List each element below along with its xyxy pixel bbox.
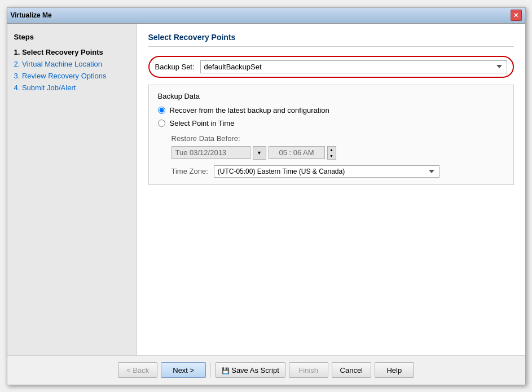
window-body: Steps 1. Select Recovery Points 2. Virtu… <box>7 24 525 385</box>
script-icon: 💾 <box>222 367 230 374</box>
sidebar-step-2-link[interactable]: 2. Virtual Machine Location <box>14 60 103 68</box>
timezone-select[interactable]: (UTC-05:00) Eastern Time (US & Canada) <box>214 165 439 178</box>
footer: < Back Next > 💾Save As Script Finish Can… <box>7 355 525 385</box>
save-as-script-button[interactable]: 💾Save As Script <box>216 362 285 378</box>
sidebar-step-4[interactable]: 4. Submit Job/Alert <box>14 83 130 92</box>
radio-latest-item: Recover from the latest backup and confi… <box>158 106 504 114</box>
sidebar-title: Steps <box>14 33 130 41</box>
main-content: Steps 1. Select Recovery Points 2. Virtu… <box>7 24 525 355</box>
title-left: Virtualize Me <box>11 11 52 19</box>
radio-pit-input[interactable] <box>158 120 165 127</box>
time-input[interactable] <box>269 146 325 159</box>
sidebar-step-4-link[interactable]: 4. Submit Job/Alert <box>14 83 76 92</box>
sidebar: Steps 1. Select Recovery Points 2. Virtu… <box>7 24 137 355</box>
backup-set-row: Backup Set: defaultBackupSet <box>148 56 514 78</box>
footer-divider <box>210 362 211 378</box>
date-input[interactable] <box>172 146 250 159</box>
radio-group: Recover from the latest backup and confi… <box>158 106 504 127</box>
time-spinner: ▲ ▼ <box>327 146 336 160</box>
save-as-script-label: Save As Script <box>231 366 279 375</box>
backup-set-dropdown[interactable]: defaultBackupSet <box>200 60 507 73</box>
date-dropdown-button[interactable]: ▼ <box>253 146 266 160</box>
content-area: Select Recovery Points Backup Set: defau… <box>137 24 525 355</box>
sidebar-step-3-link[interactable]: 3. Review Recovery Options <box>14 72 107 80</box>
timezone-row: Time Zone: (UTC-05:00) Eastern Time (US … <box>172 165 504 178</box>
title-bar: Virtualize Me ✕ <box>7 8 525 24</box>
content-title: Select Recovery Points <box>148 33 514 47</box>
backup-data-title: Backup Data <box>158 92 504 100</box>
sidebar-steps: 1. Select Recovery Points 2. Virtual Mac… <box>14 48 130 92</box>
next-button[interactable]: Next > <box>161 362 206 378</box>
main-window: Virtualize Me ✕ Steps 1. Select Recovery… <box>7 7 526 385</box>
radio-latest-input[interactable] <box>158 107 165 114</box>
backup-data-section: Backup Data Recover from the latest back… <box>148 85 514 185</box>
sidebar-step-2[interactable]: 2. Virtual Machine Location <box>14 60 130 68</box>
restore-data-section: Restore Data Before: ▼ ▲ ▼ <box>158 134 504 178</box>
back-button[interactable]: < Back <box>118 362 157 378</box>
finish-button[interactable]: Finish <box>289 362 328 378</box>
sidebar-step-3[interactable]: 3. Review Recovery Options <box>14 72 130 80</box>
backup-set-label: Backup Set: <box>155 63 195 71</box>
window-title: Virtualize Me <box>11 11 52 19</box>
time-spinner-up[interactable]: ▲ <box>328 147 336 153</box>
help-button[interactable]: Help <box>375 362 414 378</box>
sidebar-step-1: 1. Select Recovery Points <box>14 48 130 56</box>
date-time-row: ▼ ▲ ▼ <box>172 146 504 160</box>
close-button[interactable]: ✕ <box>511 10 522 21</box>
restore-label: Restore Data Before: <box>172 134 504 143</box>
time-spinner-down[interactable]: ▼ <box>328 153 336 159</box>
timezone-label: Time Zone: <box>172 167 208 175</box>
radio-latest-label[interactable]: Recover from the latest backup and confi… <box>170 106 329 114</box>
cancel-button[interactable]: Cancel <box>332 362 371 378</box>
sidebar-step-1-label: 1. Select Recovery Points <box>14 48 103 56</box>
radio-pit-label[interactable]: Select Point in Time <box>170 119 235 127</box>
radio-pit-item: Select Point in Time <box>158 119 504 127</box>
